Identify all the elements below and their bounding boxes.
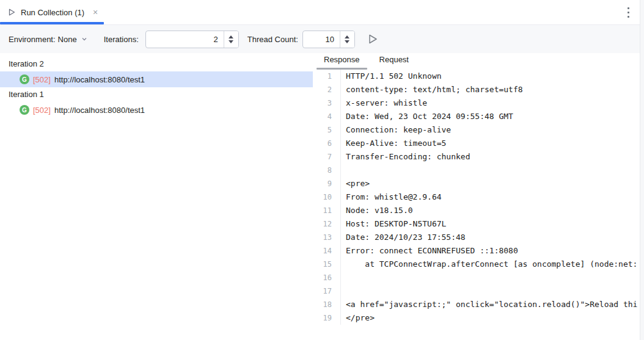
- thread-count-input[interactable]: [303, 31, 340, 48]
- line-number: 14: [313, 244, 341, 258]
- thread-stepper-arrows[interactable]: [340, 31, 354, 48]
- line-text: at TCPConnectWrap.afterConnect [as oncom…: [341, 258, 637, 271]
- line-text: Date: 2024/10/23 17:55:48: [341, 231, 466, 244]
- status-badge: [502]: [33, 106, 51, 115]
- line-text: [341, 271, 346, 284]
- request-url: http://localhost:8080/test1: [54, 106, 145, 115]
- response-request-tabs: Response Request: [313, 53, 644, 70]
- code-line: 3x-server: whistle: [313, 96, 644, 110]
- line-number: 4: [313, 110, 341, 123]
- code-line: 17: [313, 284, 644, 298]
- code-line: 1HTTP/1.1 502 Unknown: [313, 70, 644, 83]
- stepper-down-icon[interactable]: [345, 40, 349, 43]
- run-toolbar: Environment: None Iterations: Thread Cou…: [0, 25, 644, 53]
- iterations-stepper: [145, 31, 239, 48]
- line-number: 6: [313, 137, 341, 150]
- line-number: 13: [313, 231, 341, 244]
- code-line: 16: [313, 271, 644, 284]
- line-text: <a href="javascript:;" onclick="location…: [341, 298, 637, 311]
- line-number: 18: [313, 298, 341, 311]
- iterations-stepper-arrows[interactable]: [224, 31, 238, 48]
- code-line: 5Connection: keep-alive: [313, 123, 644, 137]
- code-line: 13Date: 2024/10/23 17:55:48: [313, 231, 644, 244]
- line-text: </pre>: [341, 311, 375, 325]
- line-text: Connection: keep-alive: [341, 123, 451, 137]
- line-text: Transfer-Encoding: chunked: [341, 150, 470, 164]
- line-text: [341, 164, 346, 177]
- tree-group-iteration-2: Iteration 2: [0, 57, 313, 71]
- get-method-icon: G: [20, 105, 29, 115]
- request-url: http://localhost:8080/test1: [54, 75, 145, 84]
- line-number: 9: [313, 177, 341, 190]
- editor-tab-bar: Run Collection (1) ×: [0, 0, 644, 25]
- request-row-selected[interactable]: G [502] http://localhost:8080/test1: [0, 71, 313, 87]
- code-line: 15 at TCPConnectWrap.afterConnect [as on…: [313, 258, 644, 271]
- tab-run-collection[interactable]: Run Collection (1) ×: [0, 0, 106, 24]
- line-text: Host: DESKTOP-N5TU67L: [341, 217, 446, 231]
- get-method-icon: G: [20, 74, 29, 84]
- line-text: Keep-Alive: timeout=5: [341, 137, 446, 150]
- code-line: 12Host: DESKTOP-N5TU67L: [313, 217, 644, 231]
- status-badge: [502]: [33, 75, 51, 84]
- tab-request-label: Request: [379, 55, 409, 64]
- play-outline-icon: [7, 8, 16, 16]
- line-number: 2: [313, 83, 341, 96]
- response-body-editor[interactable]: 1HTTP/1.1 502 Unknown 2content-type: tex…: [313, 70, 644, 340]
- line-number: 8: [313, 164, 341, 177]
- line-text: content-type: text/html; charset=utf8: [341, 83, 523, 96]
- close-icon[interactable]: ×: [93, 8, 98, 16]
- line-number: 15: [313, 258, 341, 271]
- line-number: 16: [313, 271, 341, 284]
- tree-group-iteration-1: Iteration 1: [0, 87, 313, 102]
- response-panel: Response Request 1HTTP/1.1 502 Unknown 2…: [313, 53, 644, 340]
- line-text: <pre>: [341, 177, 370, 190]
- code-line: 11Node: v18.15.0: [313, 204, 644, 217]
- line-number: 7: [313, 150, 341, 164]
- iterations-input[interactable]: [146, 31, 224, 48]
- stepper-down-icon[interactable]: [229, 40, 233, 43]
- iterations-label: Iterations:: [104, 35, 139, 44]
- environment-value: None: [58, 35, 77, 44]
- environment-label: Environment:: [9, 35, 56, 44]
- line-number: 1: [313, 70, 341, 83]
- line-number: 11: [313, 204, 341, 217]
- code-line: 19</pre>: [313, 311, 644, 325]
- stepper-up-icon[interactable]: [345, 35, 349, 38]
- line-number: 10: [313, 190, 341, 204]
- line-text: Date: Wed, 23 Oct 2024 09:55:48 GMT: [341, 110, 513, 123]
- code-line: 6Keep-Alive: timeout=5: [313, 137, 644, 150]
- chevron-down-icon: [81, 35, 88, 43]
- thread-count-stepper: [302, 31, 355, 48]
- tab-request[interactable]: Request: [372, 53, 416, 70]
- line-number: 5: [313, 123, 341, 137]
- line-text: From: whistle@2.9.64: [341, 190, 442, 204]
- code-line: 8: [313, 164, 644, 177]
- run-collection-button[interactable]: [365, 32, 380, 46]
- line-number: 17: [313, 284, 341, 298]
- stepper-up-icon[interactable]: [229, 35, 233, 38]
- line-number: 19: [313, 311, 341, 325]
- environment-select[interactable]: Environment: None: [9, 35, 88, 44]
- window-edge-scrollbar-track[interactable]: [640, 0, 644, 340]
- tab-response-label: Response: [324, 55, 360, 64]
- code-line: 2content-type: text/html; charset=utf8: [313, 83, 644, 96]
- active-tab-indicator: [0, 22, 104, 24]
- tab-response[interactable]: Response: [317, 53, 367, 70]
- run-collection-window: Run Collection (1) × Environment: None I…: [0, 0, 644, 340]
- line-text: x-server: whistle: [341, 96, 427, 110]
- line-number: 3: [313, 96, 341, 110]
- code-line: 7Transfer-Encoding: chunked: [313, 150, 644, 164]
- thread-count-label: Thread Count:: [247, 35, 298, 44]
- line-text: HTTP/1.1 502 Unknown: [341, 70, 442, 83]
- request-row[interactable]: G [502] http://localhost:8080/test1: [0, 102, 313, 118]
- line-text: [341, 284, 346, 298]
- code-line: 14Error: connect ECONNREFUSED ::1:8080: [313, 244, 644, 258]
- line-text: Node: v18.15.0: [341, 204, 413, 217]
- iterations-tree: Iteration 2 G [502] http://localhost:808…: [0, 53, 313, 340]
- code-line: 9<pre>: [313, 177, 644, 190]
- code-line: 10From: whistle@2.9.64: [313, 190, 644, 204]
- tab-label: Run Collection (1): [21, 8, 84, 17]
- code-line: 18<a href="javascript:;" onclick="locati…: [313, 298, 644, 311]
- kebab-menu-icon[interactable]: [625, 5, 632, 20]
- line-text: Error: connect ECONNREFUSED ::1:8080: [341, 244, 518, 258]
